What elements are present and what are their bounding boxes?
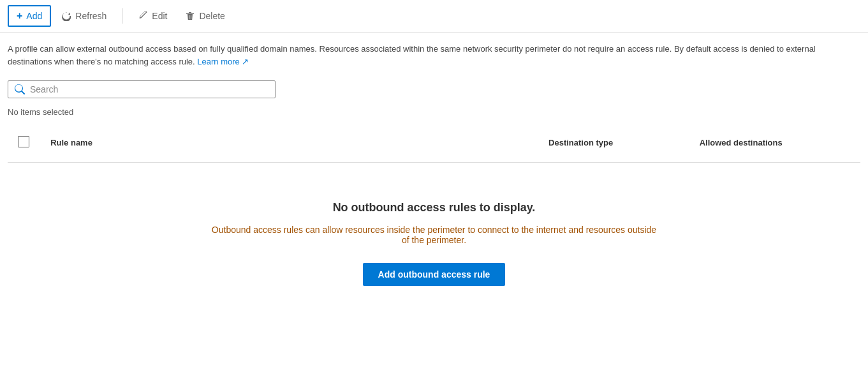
empty-state-subtitle: Outbound access rules can allow resource… xyxy=(211,225,658,245)
table-section: Rule name Destination type Allowed desti… xyxy=(0,123,868,163)
search-box xyxy=(8,80,276,98)
refresh-button[interactable]: Refresh xyxy=(54,7,114,25)
select-all-header[interactable] xyxy=(8,123,45,163)
toolbar-divider xyxy=(122,8,122,24)
edit-button[interactable]: Edit xyxy=(130,7,175,25)
add-outbound-rule-label: Add outbound access rule xyxy=(378,269,490,280)
delete-icon xyxy=(185,11,195,21)
external-link-icon: ↗ xyxy=(242,57,249,66)
refresh-button-label: Refresh xyxy=(75,11,107,21)
info-text: A profile can allow external outbound ac… xyxy=(8,43,847,68)
selection-info: No items selected xyxy=(0,103,868,123)
search-icon xyxy=(15,84,25,94)
add-outbound-rule-button[interactable]: Add outbound access rule xyxy=(363,263,506,286)
toolbar: + Add Refresh Edit Delete xyxy=(0,0,868,33)
column-header-rule-name: Rule name xyxy=(45,123,543,163)
selection-status-text: No items selected xyxy=(8,107,73,117)
search-input[interactable] xyxy=(30,84,268,94)
edit-button-label: Edit xyxy=(152,11,167,21)
data-table: Rule name Destination type Allowed desti… xyxy=(8,123,860,163)
select-all-checkbox[interactable] xyxy=(18,136,29,147)
table-header-row: Rule name Destination type Allowed desti… xyxy=(8,123,860,163)
empty-state-title: No outbound access rules to display. xyxy=(333,201,536,214)
info-text-content: A profile can allow external outbound ac… xyxy=(8,44,816,66)
info-section: A profile can allow external outbound ac… xyxy=(0,33,855,75)
column-header-allowed-destinations: Allowed destinations xyxy=(695,123,860,163)
add-button-label: Add xyxy=(26,11,42,21)
edit-icon xyxy=(138,11,148,21)
plus-icon: + xyxy=(17,10,22,22)
empty-state: No outbound access rules to display. Out… xyxy=(0,163,868,311)
learn-more-label: Learn more xyxy=(197,57,239,66)
learn-more-link[interactable]: Learn more ↗ xyxy=(197,57,249,66)
add-button[interactable]: + Add xyxy=(8,5,51,27)
delete-button-label: Delete xyxy=(199,11,224,21)
delete-button[interactable]: Delete xyxy=(177,7,232,25)
column-header-destination-type: Destination type xyxy=(543,123,695,163)
refresh-icon xyxy=(61,11,71,21)
search-section xyxy=(0,75,868,103)
